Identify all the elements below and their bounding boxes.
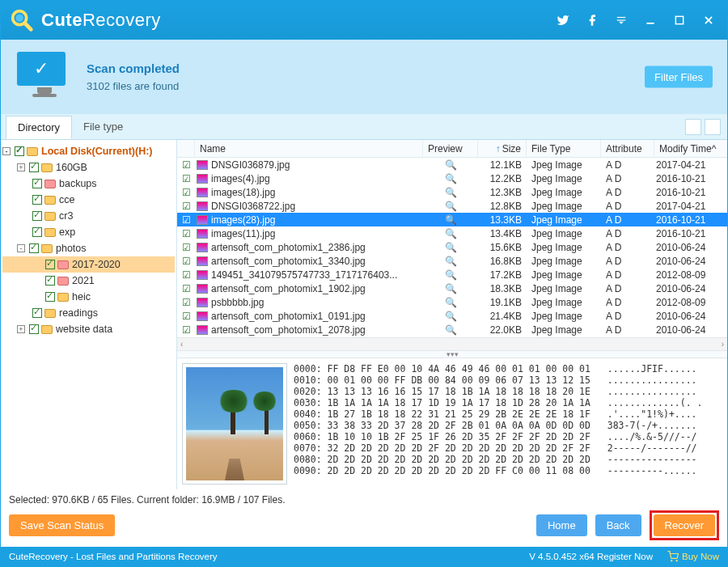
preview-icon[interactable]: 🔍 — [423, 228, 478, 239]
tree-item[interactable]: 2021 — [2, 273, 175, 289]
preview-icon[interactable]: 🔍 — [423, 256, 478, 267]
file-type: Jpeg Image — [527, 297, 601, 308]
file-attr: A D — [601, 324, 654, 336]
file-list[interactable]: ☑DNSGI036879.jpg🔍12.1KBJpeg ImageA D2017… — [177, 158, 727, 337]
menu-dropdown-icon[interactable] — [614, 13, 629, 28]
status-title: Scan completed — [87, 61, 180, 75]
tab-filetype[interactable]: File type — [72, 116, 134, 138]
preview-icon[interactable]: 🔍 — [423, 201, 478, 212]
minimize-button[interactable] — [643, 13, 658, 28]
back-button[interactable]: Back — [595, 514, 641, 536]
col-attribute[interactable]: Attribute — [601, 140, 654, 157]
file-attr: A D — [601, 269, 654, 281]
tree-item-photos[interactable]: -photos — [2, 240, 175, 256]
recover-button[interactable]: Recover — [654, 514, 715, 536]
tree-item-selected[interactable]: 2017-2020 — [2, 256, 175, 273]
file-attr: A D — [601, 214, 654, 226]
footer: CuteRecovery - Lost Files and Partitions… — [1, 547, 727, 566]
preview-icon[interactable]: 🔍 — [423, 187, 478, 198]
file-row[interactable]: ☑artensoft_com_photomix1_0191.jpg🔍21.4KB… — [177, 309, 727, 323]
file-row[interactable]: ☑images(11).jpg🔍13.4KBJpeg ImageA D2016-… — [177, 226, 727, 240]
home-button[interactable]: Home — [536, 514, 587, 536]
preview-icon[interactable]: 🔍 — [423, 311, 478, 322]
preview-icon[interactable]: 🔍 — [423, 173, 478, 184]
file-name: artensoft_com_photomix1_2078.jpg — [195, 324, 423, 336]
row-checkbox[interactable]: ☑ — [177, 297, 195, 308]
preview-icon[interactable]: 🔍 — [423, 159, 478, 171]
file-row[interactable]: ☑DNSGI036879.jpg🔍12.1KBJpeg ImageA D2017… — [177, 158, 727, 171]
row-checkbox[interactable]: ☑ — [177, 324, 195, 336]
row-checkbox[interactable]: ☑ — [177, 311, 195, 322]
row-checkbox[interactable]: ☑ — [177, 242, 195, 253]
tree-item[interactable]: cce — [2, 192, 175, 208]
row-checkbox[interactable]: ☑ — [177, 159, 195, 171]
tree-item[interactable]: readings — [2, 305, 175, 321]
filter-files-button[interactable]: Filter Files — [645, 66, 713, 88]
facebook-icon[interactable] — [585, 13, 599, 28]
preview-icon[interactable]: 🔍 — [423, 242, 478, 253]
preview-icon[interactable]: 🔍 — [423, 297, 478, 308]
close-button[interactable] — [701, 13, 716, 28]
file-row[interactable]: ☑artensoft_com_photomix1_2386.jpg🔍15.6KB… — [177, 240, 727, 254]
file-date: 2017-04-21 — [654, 159, 727, 171]
tree-root[interactable]: -Local Disk(Current)(H:) — [2, 143, 175, 159]
title-bold: Cute — [41, 10, 83, 30]
file-row[interactable]: ☑psbbbbb.jpg🔍19.1KBJpeg ImageA D2012-08-… — [177, 295, 727, 309]
file-row[interactable]: ☑149451_341079575747733_1717176403...🔍17… — [177, 268, 727, 281]
preview-icon[interactable]: 🔍 — [423, 269, 478, 281]
buy-now-link[interactable]: Buy Now — [667, 551, 719, 562]
file-type: Jpeg Image — [527, 159, 601, 171]
tree-item[interactable]: heic — [2, 289, 175, 305]
file-row[interactable]: ☑artensoft_com_photomix1_1902.jpg🔍18.3KB… — [177, 281, 727, 295]
file-row[interactable]: ☑artensoft_com_photomix1_3340.jpg🔍16.8KB… — [177, 254, 727, 268]
splitter-handle[interactable]: ▾▾▾ — [177, 350, 727, 358]
file-row[interactable]: ☑images(28).jpg🔍13.3KBJpeg ImageA D2016-… — [177, 213, 727, 226]
file-name: artensoft_com_photomix1_0191.jpg — [195, 311, 423, 322]
twitter-icon[interactable] — [556, 13, 570, 28]
preview-icon[interactable]: 🔍 — [423, 324, 478, 336]
file-row[interactable]: ☑DNSGI0368722.jpg🔍12.8KBJpeg ImageA D201… — [177, 199, 727, 213]
tree-item[interactable]: +160GB — [2, 159, 175, 176]
view-list-icon[interactable] — [705, 119, 721, 135]
row-checkbox[interactable]: ☑ — [177, 283, 195, 294]
file-row[interactable]: ☑images(18).jpg🔍12.3KBJpeg ImageA D2016-… — [177, 185, 727, 199]
row-checkbox[interactable]: ☑ — [177, 201, 195, 212]
file-name: images(18).jpg — [195, 187, 423, 198]
row-checkbox[interactable]: ☑ — [177, 187, 195, 198]
file-name: images(4).jpg — [195, 173, 423, 184]
view-grid-icon[interactable] — [685, 119, 701, 135]
col-modify-time[interactable]: Modify Time ^ — [654, 140, 727, 157]
tree-item[interactable]: cr3 — [2, 208, 175, 224]
preview-icon[interactable]: 🔍 — [423, 283, 478, 294]
tree-item[interactable]: exp — [2, 224, 175, 240]
file-row[interactable]: ☑artensoft_com_photomix1_2078.jpg🔍22.0KB… — [177, 323, 727, 336]
file-type: Jpeg Image — [527, 324, 601, 336]
col-preview[interactable]: Preview — [423, 140, 478, 157]
image-file-icon — [197, 325, 208, 335]
file-row[interactable]: ☑images(4).jpg🔍12.2KBJpeg ImageA D2016-1… — [177, 171, 727, 185]
file-type: Jpeg Image — [527, 283, 601, 294]
col-filetype[interactable]: File Type — [527, 140, 601, 157]
file-date: 2016-10-21 — [654, 187, 727, 198]
row-checkbox[interactable]: ☑ — [177, 214, 195, 226]
tree-item[interactable]: backups — [2, 176, 175, 192]
col-size[interactable]: ↑Size — [478, 140, 527, 157]
file-name: psbbbbb.jpg — [195, 297, 423, 308]
preview-icon[interactable]: 🔍 — [423, 214, 478, 226]
col-checkbox[interactable] — [177, 140, 195, 157]
tab-directory[interactable]: Directory — [6, 116, 72, 139]
file-attr: A D — [601, 187, 654, 198]
row-checkbox[interactable]: ☑ — [177, 256, 195, 267]
titlebar: CuteRecovery — [1, 1, 727, 40]
row-checkbox[interactable]: ☑ — [177, 228, 195, 239]
tree-item[interactable]: +website data — [2, 321, 175, 337]
file-name: DNSGI036879.jpg — [195, 159, 423, 171]
footer-version[interactable]: V 4.5.0.452 x64 Register Now — [529, 552, 653, 561]
row-checkbox[interactable]: ☑ — [177, 269, 195, 281]
save-scan-status-button[interactable]: Save Scan Status — [9, 514, 115, 536]
directory-tree[interactable]: -Local Disk(Current)(H:) +160GB backups … — [1, 140, 177, 489]
horizontal-scrollbar[interactable]: ‹› — [177, 337, 727, 350]
row-checkbox[interactable]: ☑ — [177, 173, 195, 184]
maximize-button[interactable] — [672, 13, 687, 28]
col-name[interactable]: Name — [195, 140, 423, 157]
